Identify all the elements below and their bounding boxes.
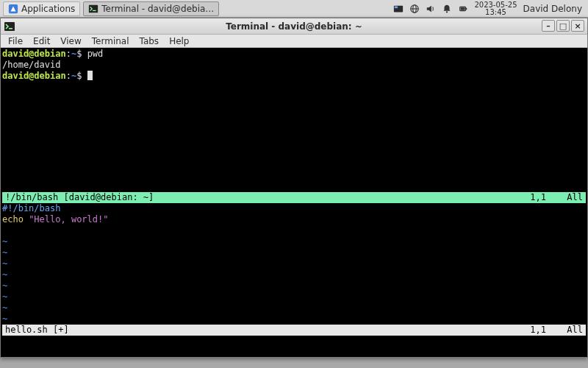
svg-rect-11 [461,7,465,10]
vim-tilde: ~ [2,314,586,325]
prompt-dollar: $ [76,71,87,81]
vim-tilde: ~ [2,247,586,258]
clock[interactable]: 2023-05-25 13:45 [474,1,517,16]
window-app-icon [4,21,15,35]
vim-statusline-top: !/bin/bash [david@debian: ~] 1,1 All [2,192,586,203]
menu-tabs[interactable]: Tabs [135,35,164,47]
clock-date: 2023-05-25 [474,1,517,9]
vim-status-bottom-pct: All [546,325,583,336]
vim-status-bottom-file: hello.sh [+] [5,325,487,336]
blank-line [2,137,586,148]
svg-point-8 [446,11,448,13]
blank-line [2,170,586,181]
vim-tilde: ~ [2,258,586,269]
svg-rect-13 [9,28,12,29]
maximize-button[interactable]: □ [556,20,570,32]
cursor-icon [87,71,93,80]
blank-line [2,181,586,192]
blank-line [2,93,586,104]
window-titlebar[interactable]: Terminal - david@debian: ~ – □ × [1,18,587,35]
vim-string: "Hello, world!" [29,214,108,224]
taskbar-item-label: Terminal - david@debia… [101,4,214,14]
svg-rect-10 [466,7,467,10]
terminal-window: Terminal - david@debian: ~ – □ × File Ed… [0,18,588,358]
vim-line: #!/bin/bash [2,203,586,214]
power-icon[interactable] [458,4,468,14]
blank-line [2,148,586,159]
terminal-icon [88,4,98,14]
shell-output: /home/david [2,60,586,71]
applications-menu-button[interactable]: Applications [3,1,80,16]
shell-command: pwd [87,49,104,59]
blank-line [2,225,586,236]
window-title: Terminal - david@debian: ~ [226,21,362,32]
blank-line [2,82,586,93]
user-name-label[interactable]: David Delony [523,4,582,14]
svg-rect-4 [395,6,398,8]
applications-label: Applications [21,4,75,14]
system-tray: 2023-05-25 13:45 David Delony [393,1,585,16]
blank-line [2,336,586,347]
prompt-sep: : [66,71,71,81]
clock-time: 13:45 [474,9,517,16]
menu-edit[interactable]: Edit [29,35,54,47]
vim-status-top-label: !/bin/bash [david@debian: ~] [5,192,487,203]
blank-line [2,126,586,137]
shell-line: david@debian:~$ pwd [2,49,586,60]
vim-tilde: ~ [2,269,586,280]
vim-statusline-bottom: hello.sh [+] 1,1 All [2,325,586,336]
vim-tilde: ~ [2,302,586,314]
menu-view[interactable]: View [56,35,85,47]
vim-line: echo "Hello, world!" [2,214,586,225]
minimize-button[interactable]: – [542,20,555,32]
prompt-user: david@debian [2,71,66,81]
prompt-user: david@debian [2,49,66,59]
prompt-dollar: $ [76,49,87,59]
svg-rect-1 [89,4,98,13]
blank-line [2,159,586,170]
vim-status-top-pct: All [546,192,583,203]
notifications-icon[interactable] [442,4,452,14]
workspace-switcher-icon[interactable] [393,4,404,14]
vim-tilde: ~ [2,280,586,291]
network-icon[interactable] [409,4,420,14]
blank-line [2,115,586,126]
close-button[interactable]: × [571,20,584,32]
vim-status-top-pos: 1,1 [487,192,546,203]
menu-terminal[interactable]: Terminal [87,35,134,47]
svg-rect-2 [93,10,96,10]
vim-tilde: ~ [2,291,586,302]
taskbar-item-terminal[interactable]: Terminal - david@debia… [83,1,219,16]
menu-file[interactable]: File [4,35,27,47]
shell-line: david@debian:~$ [2,71,586,82]
applications-icon [8,4,18,14]
vim-status-bottom-pos: 1,1 [487,325,546,336]
window-menubar: File Edit View Terminal Tabs Help [1,35,587,48]
volume-icon[interactable] [426,4,436,14]
svg-rect-12 [4,22,15,31]
prompt-sep: : [66,49,71,59]
terminal-viewport[interactable]: david@debian:~$ pwd /home/david david@de… [1,48,587,357]
vim-tilde: ~ [2,236,586,247]
blank-line [2,104,586,115]
vim-keyword: echo [2,214,29,224]
menu-help[interactable]: Help [165,35,193,47]
window-buttons: – □ × [542,20,584,32]
vim-shebang: #!/bin/bash [2,203,60,213]
desktop-panel: Applications Terminal - david@debia… 202… [0,0,588,18]
